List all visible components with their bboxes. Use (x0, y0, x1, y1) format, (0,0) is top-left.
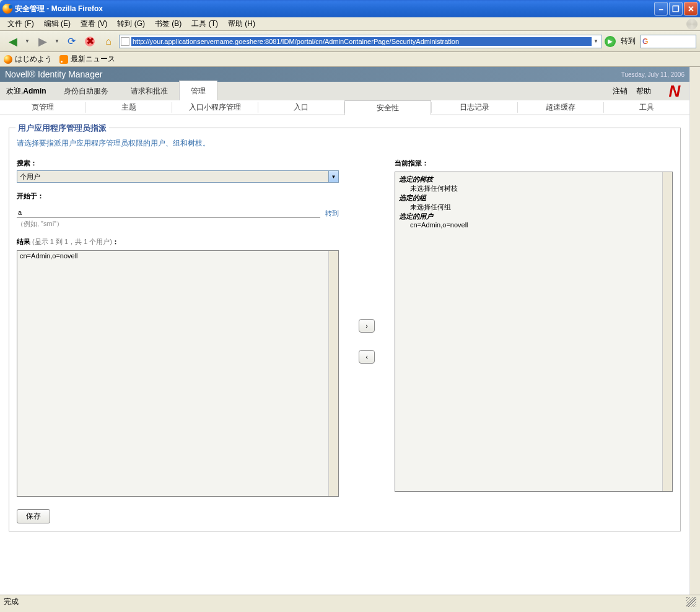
minimize-button[interactable]: – (654, 2, 668, 15)
subnav-tools[interactable]: 工具 (604, 100, 689, 115)
help-link[interactable]: 帮助 (636, 86, 651, 97)
welcome-row: 欢迎, Admin 身份自助服务 请求和批准 管理 注销 帮助 N (0, 82, 689, 100)
bookmark-getting-started[interactable]: はじめよう (4, 54, 52, 64)
tab-requests[interactable]: 请求和批准 (120, 81, 179, 100)
forward-button[interactable]: ▶ (33, 32, 52, 51)
site-icon (121, 37, 129, 46)
result-item[interactable]: cn=Admin,o=novell (20, 252, 326, 260)
current-assignments-box[interactable]: 选定的树枝 未选择任何树枝 选定的组 未选择任何组 选定的用户 cn=Admin… (395, 172, 673, 492)
instruction-text: 请选择要指派用户应用程序管理员权限的用户、组和树枝。 (17, 138, 673, 149)
menu-view[interactable]: 查看 (V) (76, 17, 112, 30)
reload-button[interactable]: ⟳ (63, 33, 79, 50)
starts-with-label: 开始于： (17, 191, 339, 201)
example-hint: （例如, "smi"） (17, 219, 339, 229)
novell-header: Novell® Identity Manager Tuesday, July 1… (0, 67, 689, 82)
window-titlebar: 安全管理 - Mozilla Firefox – ❐ ✕ (0, 0, 700, 17)
subnav-theme[interactable]: 主题 (86, 100, 172, 115)
stop-button[interactable]: ✖ (82, 33, 98, 50)
tab-self-service[interactable]: 身份自助服务 (53, 81, 120, 100)
firefox-icon (2, 4, 12, 14)
window-title: 安全管理 - Mozilla Firefox (15, 4, 103, 14)
header-date: Tuesday, July 11, 2006 (621, 71, 685, 78)
search-go-link[interactable]: 转到 (325, 209, 339, 218)
selected-user-value[interactable]: cn=Admin,o=novell (399, 221, 660, 229)
select-value: 个用户 (20, 172, 40, 181)
go-button[interactable]: ▶ (605, 36, 616, 47)
bookmark-label: はじめよう (15, 54, 52, 64)
menu-tools[interactable]: 工具 (T) (186, 17, 223, 30)
url-text[interactable]: http://your.applicationservername.goeshe… (131, 37, 592, 46)
subnav-portlet[interactable]: 入口小程序管理 (172, 100, 258, 115)
throbber-icon (686, 19, 698, 30)
selected-tree-value: 未选择任何树枝 (399, 184, 660, 193)
subnav-page-mgmt[interactable]: 页管理 (0, 100, 85, 115)
back-button[interactable]: ◀ (4, 32, 22, 51)
bookmark-label: 最新ニュース (71, 54, 115, 64)
rss-icon (59, 55, 68, 64)
google-icon: G (642, 37, 651, 46)
search-box[interactable]: G (641, 35, 696, 48)
bookmark-latest-news[interactable]: 最新ニュース (59, 54, 115, 64)
bookmarks-bar: はじめよう 最新ニュース (0, 52, 700, 67)
header-links: 注销 帮助 (604, 82, 660, 100)
selected-tree-heading: 选定的树枝 (399, 175, 660, 184)
welcome-prefix: 欢迎, (6, 86, 23, 97)
menu-go[interactable]: 转到 (G) (112, 17, 150, 30)
selected-user-heading: 选定的用户 (399, 212, 660, 221)
forward-dropdown[interactable]: ▼ (55, 38, 61, 44)
subnav-security[interactable]: 安全性 (344, 100, 431, 115)
subnav-logging[interactable]: 日志记录 (432, 100, 517, 115)
panel-legend: 用户应用程序管理员指派 (15, 123, 109, 134)
toolbar: ◀ ▼ ▶ ▼ ⟳ ✖ ⌂ http://your.applicationser… (0, 31, 700, 52)
add-arrow-button[interactable]: › (359, 319, 375, 333)
content-area: Novell® Identity Manager Tuesday, July 1… (0, 67, 700, 595)
welcome-text: 欢迎, Admin (0, 82, 53, 100)
menu-help[interactable]: 帮助 (H) (223, 17, 260, 30)
scrollbar[interactable] (662, 172, 672, 491)
menubar: 文件 (F) 编辑 (E) 查看 (V) 转到 (G) 书签 (B) 工具 (T… (0, 17, 700, 31)
novell-logo: N (660, 82, 689, 100)
results-listbox[interactable]: cn=Admin,o=novell (17, 250, 339, 497)
logout-link[interactable]: 注销 (613, 86, 628, 97)
current-assign-label: 当前指派： (395, 159, 673, 168)
page-scrollbar[interactable] (689, 67, 700, 595)
url-bar[interactable]: http://your.applicationservername.goeshe… (119, 35, 602, 48)
starts-with-input[interactable] (17, 207, 320, 218)
home-button[interactable]: ⌂ (100, 33, 116, 50)
save-button[interactable]: 保存 (17, 509, 50, 523)
search-type-select[interactable]: 个用户 ▼ (17, 170, 339, 183)
search-label: 搜索： (17, 159, 339, 168)
brand-name: Novell® Identity Manager (5, 69, 102, 79)
tab-admin[interactable]: 管理 (179, 81, 217, 100)
subnav: 页管理 主题 入口小程序管理 入口 安全性 日志记录 超速缓存 工具 (0, 100, 689, 115)
url-dropdown[interactable]: ▼ (592, 38, 600, 44)
back-dropdown[interactable]: ▼ (25, 38, 31, 44)
firefox-icon (4, 55, 12, 64)
results-label: 结果 (显示 1 到 1，共 1 个用户)： (17, 237, 339, 247)
resize-grip[interactable] (686, 597, 696, 607)
admin-assignment-panel: 用户应用程序管理员指派 请选择要指派用户应用程序管理员权限的用户、组和树枝。 搜… (9, 128, 681, 531)
menu-bookmarks[interactable]: 书签 (B) (150, 17, 186, 30)
subnav-portal[interactable]: 入口 (258, 100, 344, 115)
scrollbar[interactable] (328, 251, 338, 496)
close-button[interactable]: ✕ (684, 2, 698, 15)
remove-arrow-button[interactable]: ‹ (359, 350, 375, 364)
status-text: 完成 (4, 597, 19, 607)
menu-file[interactable]: 文件 (F) (2, 17, 39, 30)
selected-group-value: 未选择任何组 (399, 203, 660, 212)
maximize-button[interactable]: ❐ (669, 2, 683, 15)
menu-edit[interactable]: 编辑 (E) (39, 17, 76, 30)
chevron-down-icon: ▼ (328, 171, 338, 182)
statusbar: 完成 (0, 595, 700, 608)
welcome-user: Admin (23, 87, 46, 95)
subnav-cache[interactable]: 超速缓存 (518, 100, 603, 115)
selected-group-heading: 选定的组 (399, 193, 660, 203)
go-label: 转到 (618, 36, 638, 46)
